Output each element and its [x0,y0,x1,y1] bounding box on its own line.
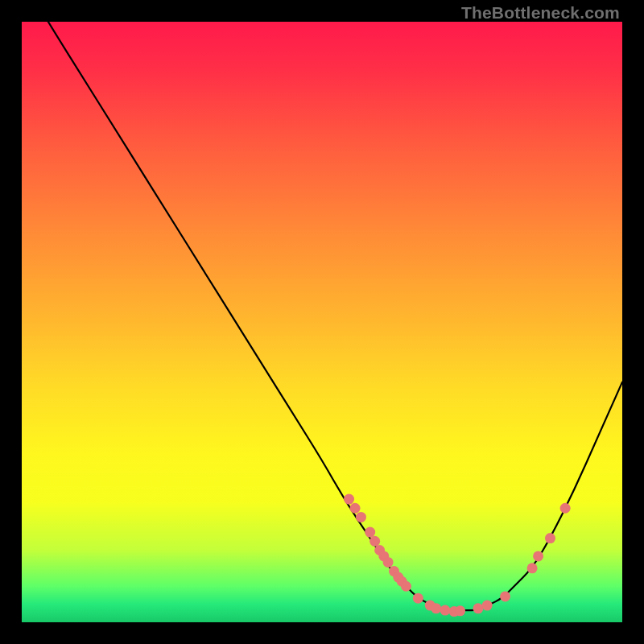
curve-marker [560,503,571,514]
plot-area [22,22,622,622]
curve-marker [440,605,450,616]
curve-marker [401,581,411,592]
curve-marker [545,533,555,543]
curve-marker [431,603,441,613]
curve-marker [527,563,538,573]
curve-marker [344,494,354,505]
curve-marker [533,551,543,561]
curve-marker [383,557,394,568]
curve-layer [22,22,622,622]
chart-stage: TheBottleneck.com [0,0,644,644]
curve-marker [369,536,380,547]
watermark-text: TheBottleneck.com [461,3,620,23]
curve-marker [356,512,366,522]
curve-marker [473,603,483,613]
curve-marker [455,605,465,616]
bottleneck-curve-path [22,22,622,610]
curve-markers [344,494,571,617]
curve-marker [482,601,493,611]
curve-marker [413,593,423,604]
curve-marker [350,503,361,514]
curve-marker [365,527,375,538]
curve-marker [500,591,510,601]
